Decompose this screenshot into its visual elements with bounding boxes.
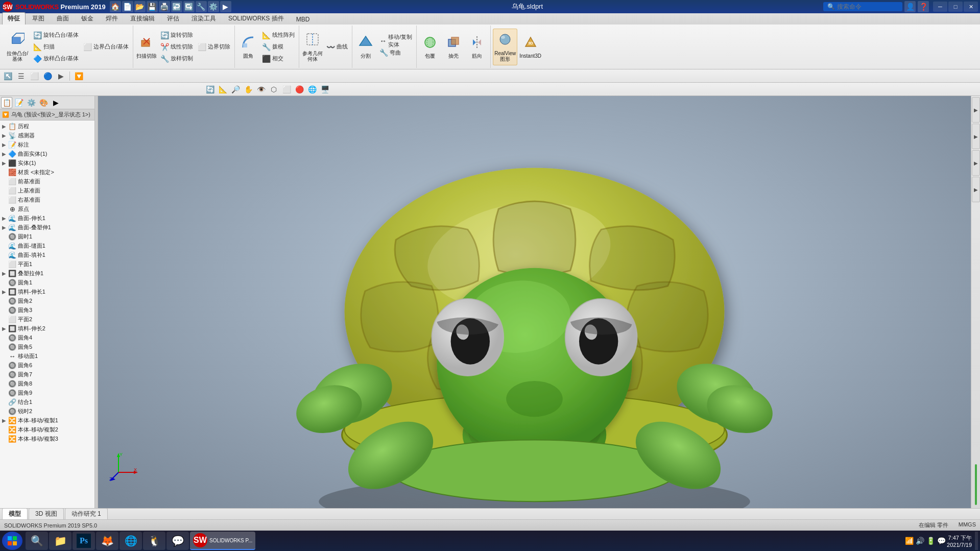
- loft-cut-button[interactable]: 🔧 放样切制: [158, 53, 195, 64]
- boundary-cut-button[interactable]: ⬜ 边界切除: [196, 41, 232, 53]
- feature-tree[interactable]: ▶ 📋 历程 ▶ 📡 感测器 ▶ 📝 标注 ▶ 🔷 曲面实体(1) ▶: [0, 121, 94, 508]
- taskbar-chrome[interactable]: 🌐: [119, 532, 142, 550]
- scene-button[interactable]: 🌐: [306, 84, 318, 95]
- tree-item-fillet-r7[interactable]: 🔘 圆角7: [0, 370, 94, 379]
- instant3d-button[interactable]: 分割: [354, 29, 377, 65]
- maximize-button[interactable]: □: [948, 2, 963, 12]
- instant3d-toggle[interactable]: 3D Instant3D: [518, 29, 542, 65]
- chamfer-button[interactable]: 📐 线性阵列: [260, 30, 297, 41]
- taskbar-app1[interactable]: 🐧: [143, 532, 165, 550]
- tree-item-origin[interactable]: ⊕ 原点: [0, 204, 94, 213]
- bottom-tab-model[interactable]: 模型: [2, 508, 28, 519]
- sweep-button[interactable]: 📐 扫描: [31, 41, 81, 53]
- tree-item-shell2[interactable]: 🔘 锐时2: [0, 406, 94, 416]
- curves-button[interactable]: 〰️ 曲线: [324, 41, 350, 53]
- help-icon[interactable]: ❓: [918, 1, 929, 12]
- taskbar-file-explorer[interactable]: 📁: [49, 532, 71, 550]
- tree-item-fillet-r5[interactable]: 🔘 圆角5: [0, 342, 94, 351]
- home-nav-icon[interactable]: 🏠: [110, 1, 121, 12]
- hide-show-button[interactable]: 👁️: [255, 84, 267, 95]
- flex-button[interactable]: 🔧 弯曲: [377, 47, 414, 58]
- view-orient-button[interactable]: 🔄: [204, 84, 216, 95]
- tree-item-surface-body[interactable]: ▶ 🔷 曲面实体(1): [0, 149, 94, 158]
- lp-tab-appear[interactable]: 🎨: [38, 97, 49, 108]
- tree-item-fill-extr1[interactable]: ▶ 🔲 填料-伸长1: [0, 287, 94, 296]
- right-panel-btn-4[interactable]: ▶: [972, 177, 980, 202]
- tree-item-right-plane[interactable]: ⬜ 右基准面: [0, 195, 94, 204]
- new-nav-icon[interactable]: 📄: [122, 1, 133, 12]
- tree-item-combine1[interactable]: 🔗 结合1: [0, 397, 94, 406]
- display-mode-button[interactable]: 🖥️: [319, 84, 330, 95]
- filter-button[interactable]: ⬜: [29, 70, 40, 82]
- arrow-button[interactable]: ▶: [55, 70, 66, 82]
- tab-sketch[interactable]: 草图: [27, 12, 50, 25]
- magnet-button[interactable]: 🔵: [42, 70, 53, 82]
- lp-tab-expand[interactable]: ▶: [50, 97, 61, 108]
- options-nav-icon[interactable]: ⚙️: [208, 1, 219, 12]
- show-desktop-button[interactable]: [975, 532, 978, 550]
- tab-weldment[interactable]: 焊件: [100, 12, 124, 25]
- wrap-button[interactable]: 包覆: [419, 29, 441, 65]
- tree-item-fillet-r3[interactable]: 🔘 圆角3: [0, 305, 94, 315]
- tab-mbd[interactable]: MBD: [291, 14, 316, 25]
- right-panel-btn-1[interactable]: ▶: [972, 97, 980, 123]
- fillet-button[interactable]: 圆角: [237, 29, 259, 65]
- tree-item-mirror3[interactable]: 🔀 本体-移动/複製3: [0, 434, 94, 443]
- tab-sheet-metal[interactable]: 钣金: [76, 12, 99, 25]
- boundary-button[interactable]: ⬜ 边界凸台/基体: [81, 41, 131, 53]
- sweep-cut-button[interactable]: ✂️ 线性切除: [158, 41, 195, 53]
- mirror-button[interactable]: 筋向: [466, 29, 488, 65]
- start-button[interactable]: [2, 532, 22, 550]
- select-button[interactable]: ↖️: [2, 70, 13, 82]
- tab-solidworks-addins[interactable]: SOLIDWORKS 插件: [223, 12, 290, 25]
- bottom-tab-3d[interactable]: 3D 视图: [29, 508, 64, 519]
- right-panel-btn-2[interactable]: ▶: [972, 124, 980, 149]
- taskbar-app2[interactable]: 💬: [166, 532, 189, 550]
- taskbar-search[interactable]: 🔍: [26, 532, 48, 550]
- print-nav-icon[interactable]: 🖨️: [159, 1, 170, 12]
- view-display-button[interactable]: 📐: [217, 84, 228, 95]
- ref-geom-button[interactable]: 参考几何何体: [301, 29, 324, 65]
- tree-item-fillet1[interactable]: 🔘 圆时1: [0, 232, 94, 241]
- tab-surface[interactable]: 曲面: [51, 12, 75, 25]
- open-nav-icon[interactable]: 📂: [134, 1, 146, 12]
- tree-item-surf-loft1[interactable]: ▶ 🌊 曲面-叠塑伸1: [0, 223, 94, 232]
- tree-item-fillet-r1[interactable]: 🔘 圆角1: [0, 278, 94, 287]
- tree-item-surf-extr1[interactable]: ▶ 🌊 曲面-伸长1: [0, 213, 94, 223]
- save-nav-icon[interactable]: 💾: [147, 1, 158, 12]
- right-panel-btn-3[interactable]: ▶: [972, 150, 980, 176]
- rebuild-nav-icon[interactable]: 🔧: [196, 1, 207, 12]
- shell-button[interactable]: ⬛ 相交: [260, 53, 297, 64]
- tree-item-fillet-r4[interactable]: 🔘 圆角4: [0, 333, 94, 342]
- view-setting-button[interactable]: ⬜: [281, 84, 292, 95]
- lp-tab-config[interactable]: ⚙️: [26, 97, 37, 108]
- bottom-tab-motion[interactable]: 动作研究 1: [65, 508, 108, 519]
- lp-tab-property[interactable]: 📝: [13, 97, 25, 108]
- close-button[interactable]: ✕: [964, 2, 978, 12]
- taskbar-photoshop[interactable]: Ps: [73, 532, 95, 550]
- tree-item-fillet-r9[interactable]: 🔘 圆角9: [0, 388, 94, 397]
- taskbar-clock[interactable]: 7:47 下午 2021/7/19: [947, 534, 972, 548]
- realview-button[interactable]: RealView图形: [493, 29, 517, 65]
- tree-item-sensors[interactable]: ▶ 📡 感测器: [0, 131, 94, 140]
- extrude-boss-button[interactable]: 拉伸凸台/基体: [4, 29, 31, 65]
- taskbar-sw2019[interactable]: SW SOLIDWORKS P...: [190, 532, 255, 550]
- tab-direct-edit[interactable]: 直接编辑: [125, 12, 160, 25]
- tree-item-solid-body[interactable]: ▶ ⬛ 实体(1): [0, 158, 94, 167]
- taskbar-browser[interactable]: 🦊: [96, 532, 118, 550]
- filter-icon-btn[interactable]: 🔽: [73, 70, 84, 82]
- tree-item-fillet-r6[interactable]: 🔘 圆角6: [0, 361, 94, 370]
- tree-item-fillet-r2[interactable]: 🔘 圆角2: [0, 296, 94, 305]
- list-view-button[interactable]: ☰: [15, 70, 27, 82]
- expand-nav[interactable]: ▶: [220, 1, 231, 12]
- intersect-button[interactable]: 抽壳: [442, 29, 465, 65]
- tree-item-fillet-r8[interactable]: 🔘 圆角8: [0, 379, 94, 388]
- tree-item-top-plane[interactable]: ⬜ 上基准面: [0, 186, 94, 195]
- draft-button[interactable]: 🔧 拨模: [260, 41, 297, 53]
- tab-feature[interactable]: 特征: [2, 12, 26, 25]
- tree-item-mirror2[interactable]: 🔀 本体-移动/複製2: [0, 425, 94, 434]
- user-icon[interactable]: 👤: [904, 1, 916, 12]
- search-input[interactable]: [837, 3, 898, 10]
- tab-render[interactable]: 渲染工具: [186, 12, 222, 25]
- notification-icon[interactable]: 💬: [937, 537, 946, 545]
